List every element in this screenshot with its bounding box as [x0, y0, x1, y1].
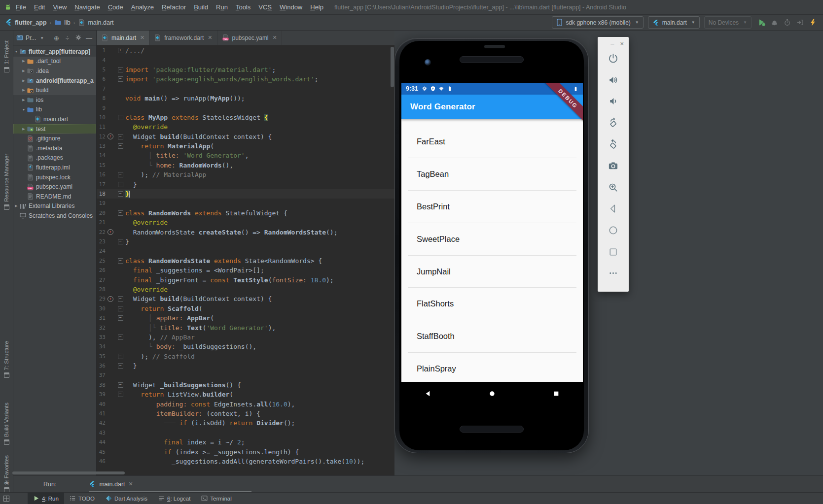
fold-collapse-icon[interactable]: −	[118, 354, 123, 359]
tree-item-test[interactable]: ▶test	[13, 124, 96, 134]
overview-button[interactable]	[602, 241, 625, 263]
menu-file[interactable]: File	[12, 3, 30, 11]
tab-main-dart[interactable]: main.dart✕	[97, 31, 149, 45]
tool-window-button-build-variants[interactable]: Build Variants	[0, 403, 13, 445]
tool-button-6--logcat[interactable]: 6: Logcat	[153, 493, 196, 504]
fold-collapse-icon[interactable]: −	[118, 210, 123, 216]
override-icon[interactable]: ↑	[107, 229, 113, 235]
locate-file-icon[interactable]: ⊕	[52, 34, 61, 42]
nav-back-button[interactable]	[424, 390, 432, 398]
menu-window[interactable]: Window	[276, 3, 306, 11]
tree-item-pubspec-lock[interactable]: pubspec.lock	[13, 172, 96, 182]
close-icon[interactable]: ✕	[140, 34, 144, 41]
profile-button[interactable]	[782, 17, 792, 28]
fold-collapse-icon[interactable]: −	[118, 306, 123, 311]
panel-settings-icon[interactable]	[74, 34, 82, 42]
tool-windows-icon[interactable]	[3, 495, 10, 502]
list-item-fareast[interactable]: FarEast	[408, 126, 576, 158]
breadcrumb-flutter_app[interactable]: flutter_app	[5, 19, 47, 26]
list-item-flatshorts[interactable]: FlatShorts	[408, 288, 576, 320]
chevron-right-icon[interactable]: ▶	[21, 79, 26, 83]
hide-panel-icon[interactable]: —	[85, 34, 93, 42]
breadcrumb-main.dart[interactable]: main.dart	[78, 19, 113, 26]
tree-item-external-libraries[interactable]: ▶External Libraries	[13, 202, 96, 211]
chevron-down-icon[interactable]: ▼	[14, 50, 19, 53]
code-editor[interactable]: 1+/.../45−import 'package:flutter/materi…	[97, 45, 394, 475]
tree-item--metadata[interactable]: .metadata	[13, 143, 96, 153]
nav-overview-button[interactable]	[552, 390, 560, 398]
chevron-right-icon[interactable]: ▶	[21, 88, 26, 92]
zoom-in-button[interactable]	[602, 177, 625, 199]
power-button[interactable]	[602, 48, 625, 69]
device-selector[interactable]: sdk gphone x86 (mobile) ▼	[552, 16, 643, 29]
menu-help[interactable]: Help	[306, 3, 327, 11]
target-device-selector[interactable]: No Devices ▼	[704, 16, 751, 29]
list-item-jumpnail[interactable]: JumpNail	[408, 256, 576, 288]
chevron-right-icon[interactable]: ▶	[21, 59, 26, 63]
menu-vcs[interactable]: VCS	[254, 3, 276, 11]
fold-collapse-icon[interactable]: −	[118, 172, 123, 177]
tree-item--idea[interactable]: ▶.idea	[13, 66, 96, 76]
close-icon[interactable]: ✕	[208, 34, 212, 41]
fold-collapse-icon[interactable]: −	[118, 258, 123, 264]
tab-framework-dart[interactable]: framework.dart✕	[149, 31, 217, 45]
run-tab[interactable]: main.dart ✕	[89, 481, 133, 488]
word-list[interactable]: FarEastTagBeanBestPrintSweetPlaceJumpNai…	[401, 119, 583, 382]
tree-item-scratches-and-consoles[interactable]: Scratches and Consoles	[13, 211, 96, 221]
list-item-staffbooth[interactable]: StaffBooth	[408, 320, 576, 353]
menu-refactor[interactable]: Refactor	[158, 3, 190, 11]
fold-collapse-icon[interactable]: −	[118, 296, 123, 302]
fold-collapse-icon[interactable]: −	[118, 67, 123, 72]
chevron-right-icon[interactable]: ▶	[21, 127, 26, 131]
tree-item-pubspec-yaml[interactable]: YMLpubspec.yaml	[13, 182, 96, 192]
run-button[interactable]	[756, 17, 767, 28]
fold-collapse-icon[interactable]: −	[118, 182, 123, 187]
fold-collapse-icon[interactable]: −	[118, 134, 123, 139]
more-button[interactable]	[602, 263, 625, 284]
fold-collapse-icon[interactable]: −	[118, 382, 123, 388]
chevron-right-icon[interactable]: ▶	[14, 204, 19, 208]
tree-item-main-dart[interactable]: main.dart	[13, 114, 96, 124]
chevron-right-icon[interactable]: ▶	[21, 98, 26, 102]
horizontal-scrollbar[interactable]	[12, 471, 125, 474]
bolt-button[interactable]	[807, 17, 818, 28]
menu-edit[interactable]: Edit	[30, 3, 49, 11]
override-icon[interactable]: ↑	[107, 134, 113, 139]
fold-collapse-icon[interactable]: −	[118, 315, 123, 321]
tab-pubspec-yaml[interactable]: YMLpubspec.yaml✕	[217, 31, 282, 45]
fold-collapse-icon[interactable]: −	[118, 239, 123, 244]
tree-item-readme-md[interactable]: README.md	[13, 192, 96, 202]
chevron-right-icon[interactable]: ▶	[21, 69, 26, 73]
close-icon[interactable]: ✕	[129, 481, 133, 487]
menu-run[interactable]: Run	[212, 3, 232, 11]
collapse-all-icon[interactable]: ÷	[63, 34, 72, 42]
tree-item-flutterapp-iml[interactable]: flutterapp.iml	[13, 163, 96, 172]
close-icon[interactable]: ×	[620, 40, 624, 47]
tool-window-button-resource-manager[interactable]: Resource Manager	[0, 154, 13, 210]
list-item-tagbean[interactable]: TagBean	[408, 158, 576, 191]
tool-window-button----favorites[interactable]: 2: Favorites	[0, 455, 13, 493]
volume-up-button[interactable]	[602, 69, 625, 91]
tree-item-android[interactable]: ▶android [flutterapp_a	[13, 76, 96, 86]
tree-item--dart-tool[interactable]: ▶.dart_tool	[13, 57, 96, 67]
menu-view[interactable]: View	[49, 3, 71, 11]
tree-item-flutter-app[interactable]: ▼flutter_app [flutterapp]	[13, 47, 96, 57]
chevron-down-icon[interactable]: ▼	[21, 108, 26, 111]
menu-navigate[interactable]: Navigate	[71, 3, 104, 11]
attach-button[interactable]	[794, 17, 805, 28]
menu-tools[interactable]: Tools	[232, 3, 254, 11]
list-item-sweetplace[interactable]: SweetPlace	[408, 223, 576, 256]
tree-item-ios[interactable]: ▶ios	[13, 95, 96, 105]
camera-button[interactable]	[602, 155, 625, 177]
list-item-bestprint[interactable]: BestPrint	[408, 191, 576, 223]
nav-home-button[interactable]	[488, 390, 496, 398]
project-view-selector[interactable]: Pr...	[26, 34, 36, 41]
editor-scrollbar[interactable]	[391, 47, 394, 87]
tool-button-4--run[interactable]: 4: Run	[28, 493, 64, 504]
override-icon[interactable]: ↑	[107, 296, 113, 302]
fold-collapse-icon[interactable]: −	[118, 363, 123, 369]
debug-button[interactable]	[769, 17, 780, 28]
back-button[interactable]	[602, 198, 625, 220]
tool-button-terminal[interactable]: Terminal	[196, 493, 237, 504]
rotate-left-button[interactable]	[602, 112, 625, 134]
